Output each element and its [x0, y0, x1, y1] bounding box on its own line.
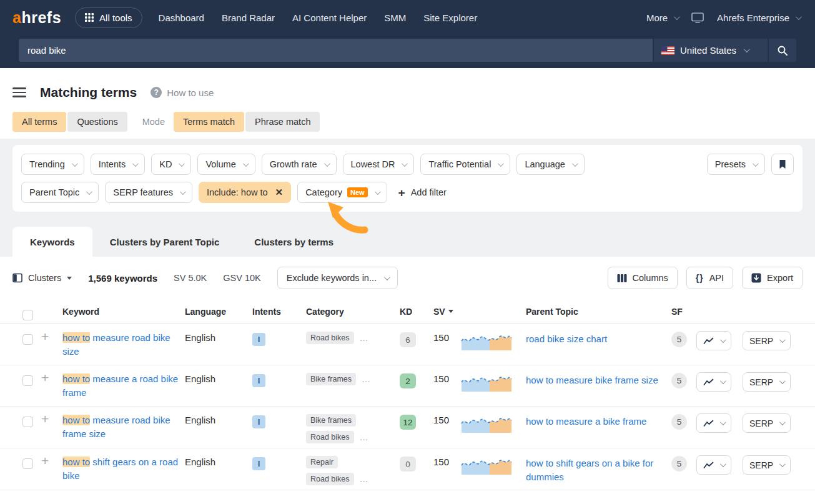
col-header-kd[interactable]: KD: [400, 307, 433, 317]
questions-tab[interactable]: Questions: [67, 112, 127, 132]
serp-button[interactable]: SERP: [743, 455, 791, 475]
filter-lowest-dr[interactable]: Lowest DR: [343, 154, 415, 175]
chevron-down-icon: [720, 419, 726, 425]
nav-item-ai-content-helper[interactable]: AI Content Helper: [292, 12, 367, 23]
chevron-down-icon: [779, 337, 786, 343]
workspace-switcher[interactable]: Ahrefs Enterprise: [717, 12, 800, 23]
search-submit-button[interactable]: [769, 39, 796, 62]
terms-match-tab[interactable]: Terms match: [174, 112, 244, 132]
us-flag-icon: [661, 46, 674, 55]
category-more-ellipsis[interactable]: …: [360, 432, 369, 442]
country-selector[interactable]: United States: [654, 39, 768, 62]
filter-parent-topic[interactable]: Parent Topic: [21, 182, 99, 203]
col-header-keyword[interactable]: Keyword: [62, 307, 185, 317]
row-checkbox[interactable]: [22, 334, 33, 345]
new-badge: New: [347, 187, 368, 197]
columns-button[interactable]: Columns: [608, 267, 678, 289]
keyword-link[interactable]: how to measure road bike frame size: [62, 415, 170, 439]
kd-badge: 0: [400, 457, 416, 472]
api-button[interactable]: {} API: [686, 267, 733, 289]
active-include-filter[interactable]: Include: how to ✕: [199, 182, 291, 203]
col-header-language[interactable]: Language: [185, 307, 252, 317]
col-header-sv[interactable]: SV: [433, 307, 461, 317]
clusters-icon: [12, 273, 22, 283]
intent-badge: I: [252, 415, 265, 428]
category-more-ellipsis[interactable]: …: [360, 474, 369, 484]
category-more-ellipsis[interactable]: …: [360, 333, 369, 343]
col-header-parent-topic[interactable]: Parent Topic: [526, 307, 671, 317]
phrase-match-tab[interactable]: Phrase match: [245, 112, 320, 132]
add-keyword-icon[interactable]: +: [41, 330, 49, 343]
nav-item-smm[interactable]: SMM: [384, 12, 406, 23]
parent-topic-link[interactable]: how to measure bike frame size: [526, 375, 658, 385]
serp-button-label: SERP: [749, 377, 773, 387]
sort-desc-icon: [448, 310, 453, 313]
trend-chart-button[interactable]: [696, 455, 731, 475]
row-checkbox[interactable]: [22, 375, 33, 386]
total-search-volume: SV 5.0K: [174, 273, 207, 283]
save-preset-button[interactable]: [771, 154, 794, 175]
chevron-down-icon: [720, 461, 726, 467]
trend-chart-button[interactable]: [696, 372, 731, 392]
add-keyword-icon[interactable]: +: [41, 371, 49, 384]
col-header-category[interactable]: Category: [306, 307, 400, 317]
clusters-dropdown[interactable]: Clusters: [12, 273, 72, 283]
chevron-down-icon: [180, 189, 186, 195]
serp-button[interactable]: SERP: [743, 331, 791, 350]
remove-filter-icon[interactable]: ✕: [275, 187, 284, 198]
ahrefs-logo[interactable]: ahrefs: [12, 9, 61, 27]
col-header-sf[interactable]: SF: [671, 307, 696, 317]
tab-clusters-by-terms[interactable]: Clusters by terms: [237, 227, 351, 257]
tab-keywords[interactable]: Keywords: [12, 227, 92, 257]
parent-topic-link[interactable]: how to measure a bike frame: [526, 416, 646, 427]
filter-intents[interactable]: Intents: [91, 154, 146, 175]
workspace-icon[interactable]: [691, 12, 704, 23]
help-icon: ?: [151, 87, 162, 98]
add-filter-button[interactable]: + Add filter: [398, 187, 447, 199]
how-to-use-link[interactable]: ? How to use: [151, 87, 214, 98]
keyword-link[interactable]: how to measure a road bike frame: [62, 373, 178, 398]
keyword-link[interactable]: how to measure road bike size: [62, 332, 170, 357]
trend-chart-button[interactable]: [696, 331, 731, 350]
filter-growth-rate[interactable]: Growth rate: [262, 154, 337, 175]
keyword-link[interactable]: how to shift gears on a road bike: [62, 457, 178, 481]
filter-language[interactable]: Language: [516, 154, 585, 175]
nav-item-site-explorer[interactable]: Site Explorer: [423, 12, 477, 23]
all-tools-button[interactable]: All tools: [75, 7, 142, 28]
all-terms-tab[interactable]: All terms: [12, 112, 66, 132]
trend-sparkline: [461, 372, 512, 393]
filter-kd[interactable]: KD: [151, 154, 191, 175]
filter-volume[interactable]: Volume: [197, 154, 255, 175]
filter-category[interactable]: Category New: [297, 182, 387, 203]
serp-button[interactable]: SERP: [743, 372, 791, 392]
exclude-keywords-select[interactable]: Exclude keywords in...: [277, 267, 398, 289]
presets-button[interactable]: Presets: [707, 154, 765, 175]
category-badge: Repair: [306, 456, 338, 468]
add-keyword-icon[interactable]: +: [41, 454, 49, 467]
clusters-label: Clusters: [28, 273, 61, 283]
filter-traffic-potential[interactable]: Traffic Potential: [420, 154, 510, 175]
parent-topic-link[interactable]: road bike size chart: [526, 334, 607, 344]
parent-topic-link[interactable]: how to shift gears on a bike for dummies: [526, 458, 653, 482]
serp-button[interactable]: SERP: [743, 413, 791, 433]
menu-toggle-button[interactable]: [12, 86, 26, 99]
search-input[interactable]: [19, 39, 653, 62]
chevron-down-icon: [324, 161, 330, 167]
select-all-checkbox[interactable]: [22, 310, 33, 320]
language-value: English: [185, 365, 252, 384]
category-more-ellipsis[interactable]: …: [362, 374, 371, 384]
trend-chart-button[interactable]: [696, 413, 731, 433]
nav-item-brand-radar[interactable]: Brand Radar: [222, 12, 275, 23]
col-header-intents[interactable]: Intents: [252, 307, 306, 317]
tab-clusters-by-parent-topic[interactable]: Clusters by Parent Topic: [92, 227, 237, 257]
add-keyword-icon[interactable]: +: [41, 412, 49, 425]
filter-trending[interactable]: Trending: [21, 154, 84, 175]
nav-item-dashboard[interactable]: Dashboard: [159, 12, 204, 23]
more-menu[interactable]: More: [646, 12, 678, 23]
filter-serp-features[interactable]: SERP features: [105, 182, 192, 203]
row-checkbox[interactable]: [22, 458, 33, 469]
row-checkbox[interactable]: [22, 417, 33, 427]
trend-icon: [703, 420, 714, 427]
export-button[interactable]: Export: [742, 267, 803, 289]
top-dark-header: ahrefs All tools Dashboard Brand Radar A…: [0, 0, 815, 68]
